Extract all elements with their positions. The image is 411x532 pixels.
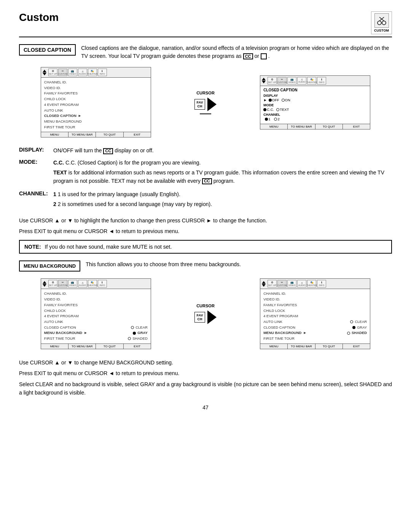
arrow-right-bg: ► (84, 330, 87, 336)
big-arrow-right-icon-2 (207, 310, 217, 324)
bg-menu-right-content: CHANNEL ID. VIDEO ID. FAMILY FAVORITES C… (260, 289, 370, 343)
cc-submenu-title: CLOSED CAPTION (263, 88, 367, 92)
descriptions: DISPLAY: ON/OFF will turn the CC display… (19, 147, 392, 210)
closed-caption-diagrams: ⚙ SET UP ✂ CUSTOM 📺 VIDEO ♫ AUDIO 🎭 (19, 67, 392, 137)
cc-badge-display: CC (103, 148, 113, 154)
footer-to-quit-bg: TO QUIT (96, 344, 123, 349)
mode-label: MODE: (19, 159, 53, 165)
channel-label: CHANNEL: (19, 190, 53, 197)
clear-radio-r (350, 320, 353, 323)
gray-radio (133, 332, 136, 335)
menu-item-menu-bg: MENU BACKGROUND ► GRAY (44, 330, 148, 336)
bg-audio-icon-r: ♫AUDIO (297, 280, 306, 288)
footer-to-menu-bar-r: TO MENU BAR (288, 124, 315, 129)
cursor-label-2: CURSOR (196, 304, 215, 308)
video-icon: 📺 VIDEO (68, 69, 77, 76)
mode-desc-row: MODE: C.C. C.C. (Closed Caption) is for … (19, 159, 392, 187)
arrow-up-icon (43, 70, 46, 72)
toolbar-icons: ⚙ SET UP ✂ CUSTOM 📺 VIDEO ♫ AUDIO 🎭 (48, 69, 107, 76)
footer-to-menu-bar-bg: TO MENU BAR (68, 344, 96, 349)
menu-item: CLOSED CAPTION GRAY (263, 325, 367, 331)
page-header: Custom CUSTOM (19, 11, 392, 37)
custom-toolbar-icon: ✂ CUSTOM (58, 69, 67, 76)
big-arrow-right-icon (207, 97, 217, 111)
footer-menu-bgr: MENU (260, 344, 288, 349)
bg-arrow-down-icon (43, 284, 46, 287)
bg-arrow-up-icon-r (262, 281, 266, 284)
custom-icon-label: CUSTOM (374, 29, 389, 32)
fav-ch-block: FAVCH (194, 99, 206, 110)
arrow-line (200, 113, 211, 114)
footer-to-menu-bar-bgr: TO MENU BAR (288, 344, 315, 349)
bg-setup-icon: ⚙SET UP (48, 280, 57, 288)
cursor-arrow-area-2: FAVCH (194, 310, 217, 324)
menu-item: 4 EVENT PROGRAM (44, 102, 148, 108)
theater-icon-r: 🎭THEATER (307, 77, 316, 85)
menu-item-closed-caption: CLOSED CAPTION ► (44, 113, 148, 119)
bg-video-icon-r: 📺VIDEO (287, 280, 296, 288)
shaded-radio-r (347, 332, 350, 335)
custom-icon-img (374, 13, 389, 28)
menu-item: AUTO LINK CLEAR (263, 319, 367, 325)
cursor-note-4: Press EXIT to quit menu or CURSOR ◄ to r… (19, 369, 392, 377)
bg-toolbar-icons-r: ⚙SET UP ✂CUSTOM 📺VIDEO ♫AUDIO 🎭THEATER ℹ… (268, 280, 326, 288)
bg-menu-left: ⚙SET UP ✂CUSTOM 📺VIDEO ♫AUDIO 🎭THEATER ℹ… (41, 278, 151, 349)
footer-to-quit-bgr: TO QUIT (315, 344, 343, 349)
svg-point-1 (382, 21, 386, 25)
menu-item: FIRST TIME TOUR SHADED (44, 336, 148, 342)
video-icon-r: 📺VIDEO (287, 77, 296, 85)
note-label: NOTE: (24, 244, 41, 250)
radio-empty-ch2 (274, 117, 277, 121)
menu-item: CLOSED CAPTION CLEAR (44, 325, 148, 331)
cc-badge-inline: CC (243, 53, 253, 59)
menu-item: VIDEO ID. (44, 85, 148, 91)
fav-ch-box: FAVCH (194, 99, 206, 110)
menu-item: CHANNEL ID. (44, 80, 148, 85)
menu-item: CHILD LOCK (263, 308, 367, 314)
closed-caption-label: CLOSED CAPTION (19, 44, 76, 56)
footer-menu-bg: MENU (41, 344, 68, 349)
menu-item: CHANNEL ID. (263, 291, 367, 297)
cc-menu-left-toolbar: ⚙ SET UP ✂ CUSTOM 📺 VIDEO ♫ AUDIO 🎭 (41, 67, 151, 78)
cursor-area-1: CURSOR FAVCH (194, 91, 217, 114)
bg-menu-right-toolbar: ⚙SET UP ✂CUSTOM 📺VIDEO ♫AUDIO 🎭THEATER ℹ… (260, 279, 370, 289)
footer-exit-bgr: EXIT (343, 344, 370, 349)
channel-row: 1 2 (263, 117, 367, 121)
note-text: If you do not have sound, make sure MUTE… (45, 244, 172, 250)
mode-row: C.C. TEXT (263, 107, 367, 112)
menu-background-label: MENU BACKGROUND (19, 260, 80, 272)
display-row: ► OFF ON (263, 98, 367, 102)
fav-ch-box-2: FAVCH (194, 312, 206, 323)
nav-arrows (43, 70, 46, 75)
radio-filled-ch1 (265, 117, 268, 121)
menu-background-header: MENU BACKGROUND This function allows you… (19, 260, 392, 272)
closed-caption-header: CLOSED CAPTION Closed captions are the d… (19, 44, 392, 60)
bg-nav-arrows (43, 281, 46, 287)
menu-item: FIRST TIME TOUR (263, 336, 367, 342)
cc-menu-right-toolbar: ⚙SET UP ✂CUSTOM 📺VIDEO ♫AUDIO 🎭THEATER ℹ… (260, 76, 370, 86)
bg-info-icon: ℹINFO (98, 280, 107, 288)
cc-menu-right: ⚙SET UP ✂CUSTOM 📺VIDEO ♫AUDIO 🎭THEATER ℹ… (260, 75, 370, 129)
display-section-label: DISPLAY (263, 94, 367, 97)
menu-bg-diagrams: ⚙SET UP ✂CUSTOM 📺VIDEO ♫AUDIO 🎭THEATER ℹ… (19, 278, 392, 349)
radio-filled-cc (263, 107, 267, 112)
toolbar-icons-right: ⚙SET UP ✂CUSTOM 📺VIDEO ♫AUDIO 🎭THEATER ℹ… (268, 77, 326, 85)
bg-custom-icon: ✂CUSTOM (58, 280, 67, 288)
display-content: ON/OFF will turn the CC display on or of… (53, 147, 392, 155)
bg-theater-icon: 🎭THEATER (88, 280, 97, 288)
audio-icon-r: ♫AUDIO (297, 77, 306, 85)
bg-menu-left-content: CHANNEL ID. VIDEO ID. FAMILY FAVORITES C… (41, 289, 151, 343)
bg-menu-right-footer: MENU TO MENU BAR TO QUIT EXIT (260, 343, 370, 349)
arrow-right-small-icon: ► (78, 113, 81, 119)
menu-item: CHILD LOCK (44, 96, 148, 102)
menu-item: FAMILY FAVORITES (44, 302, 148, 308)
menu-item: FAMILY FAVORITES (263, 302, 367, 308)
cursor-note-1: Use CURSOR ▲ or ▼ to highlight the funct… (19, 216, 392, 225)
arrow-right-display: ► (263, 98, 267, 102)
bg-menu-right: ⚙SET UP ✂CUSTOM 📺VIDEO ♫AUDIO 🎭THEATER ℹ… (260, 278, 370, 349)
menu-item: VIDEO ID. (263, 297, 367, 302)
footer-exit-r: EXIT (343, 124, 370, 129)
menu-item: CHILD LOCK (44, 308, 148, 314)
footer-exit-bg: EXIT (124, 344, 151, 349)
nav-arrows-right (262, 78, 266, 83)
